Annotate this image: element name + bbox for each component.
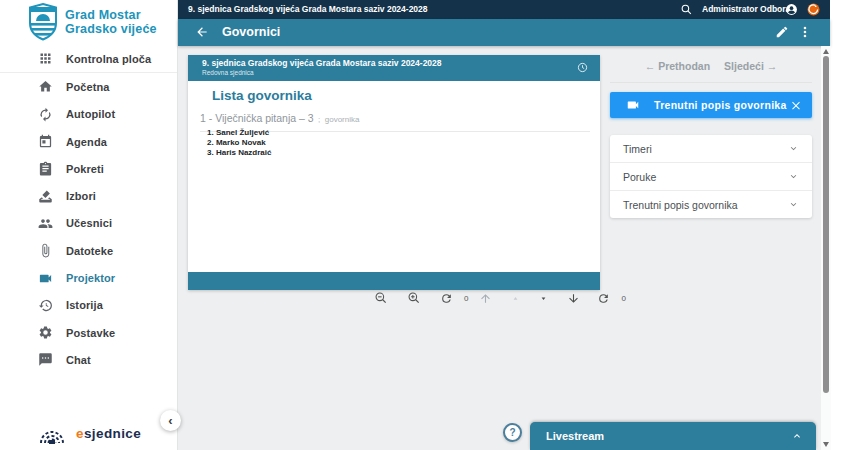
sidebar-collapse-button[interactable]: ‹ (160, 410, 181, 431)
scrollbar-up-arrow[interactable] (823, 49, 829, 54)
sidebar-item-label: Projektor (66, 272, 115, 284)
sidebar-item-label: Kontrolna ploča (66, 53, 151, 65)
coat-of-arms-icon (28, 3, 58, 41)
back-arrow-icon[interactable] (195, 25, 209, 39)
videocam-icon (626, 98, 640, 112)
speaker-number: 3. (207, 148, 214, 157)
sidebar-item-datoteke[interactable]: Datoteke (0, 237, 177, 264)
more-vert-icon[interactable] (798, 25, 812, 39)
sidebar-item-label: Pokreti (66, 163, 104, 175)
current-list-label: Trenutni popis govornika (654, 99, 787, 111)
rotate-icon (597, 292, 610, 305)
sidebar-item-label: Datoteke (66, 245, 113, 257)
accordion-poruke[interactable]: Poruke (610, 163, 812, 191)
card-header: 9. sjednica Gradskog vijeća Grada Mostar… (188, 55, 600, 81)
viewer-toolbar: 0 0 (374, 291, 626, 305)
rotate-button[interactable] (597, 292, 610, 305)
speakers-list-heading: Lista govornika (212, 88, 312, 103)
arrow-down-icon (567, 292, 580, 305)
current-speaker-list-button[interactable]: Trenutni popis govornika (610, 92, 812, 118)
rotate-button[interactable] (440, 292, 453, 305)
sidebar-item-chat[interactable]: Chat (0, 346, 177, 373)
card-session-title: 9. sjednica Gradskog vijeća Grada Mostar… (202, 58, 442, 68)
zoom-out-button[interactable] (374, 291, 388, 305)
speakers-card: 9. sjednica Gradskog vijeća Grada Mostar… (188, 55, 600, 290)
speaker-number: 1. (207, 128, 214, 137)
sidebar-item-istorija[interactable]: Istorija (0, 292, 177, 319)
esjednice-wordmark: esjednice (76, 423, 141, 445)
sidebar-nav: Kontrolna ploča Početna Autopilot Agenda… (0, 45, 177, 374)
edit-pencil-icon[interactable] (775, 25, 789, 39)
speakers-list: 1. Sanel Žuljević 2. Marko Novak 3. Hari… (207, 128, 272, 158)
sidebar-item-label: Autopilot (66, 108, 115, 120)
history-icon (38, 298, 53, 313)
sidebar: Grad Mostar Gradsko vijeće Kontrolna plo… (0, 0, 178, 450)
speaker-name: Haris Nazdraić (216, 148, 272, 157)
scrollbar[interactable] (821, 46, 831, 450)
chevron-up-icon (511, 294, 520, 303)
sidebar-item-agenda[interactable]: Agenda (0, 128, 177, 155)
app-logo[interactable]: Grad Mostar Gradsko vijeće (28, 3, 157, 41)
speaker-row: 3. Haris Nazdraić (207, 148, 272, 158)
sidebar-item-projektor[interactable]: Projektor (0, 264, 177, 291)
session-title: 9. sjednica Gradskog vijeća Grada Mostar… (188, 0, 428, 19)
speaker-row: 2. Marko Novak (207, 138, 272, 148)
sidebar-item-autopilot[interactable]: Autopilot (0, 101, 177, 128)
brand-line-1: Grad Mostar (65, 8, 157, 23)
chevron-down-icon (788, 143, 799, 154)
help-button[interactable]: ? (503, 423, 522, 442)
sidebar-item-postavke[interactable]: Postavke (0, 319, 177, 346)
clock-icon[interactable] (577, 62, 588, 73)
page-up-button[interactable] (479, 292, 492, 305)
logo-accent-letter: e (76, 426, 84, 441)
accordion-timeri[interactable]: Timeri (610, 135, 812, 163)
topic-separator: ; (318, 115, 320, 124)
sidebar-item-label: Učesnici (66, 217, 112, 229)
chevron-left-icon: ‹ (168, 413, 172, 428)
sidebar-item-pokreti[interactable]: Pokreti (0, 155, 177, 182)
sidebar-item-kontrolna-ploca[interactable]: Kontrolna ploča (0, 45, 177, 73)
speaker-row: 1. Sanel Žuljević (207, 128, 272, 138)
arrow-up-icon (479, 292, 492, 305)
rotate-counter: 0 (464, 294, 468, 303)
topic-text: 1 - Viječnička pitanja – 3 (200, 112, 314, 124)
scrollbar-down-arrow[interactable] (823, 442, 829, 447)
prev-button[interactable]: ← Prethodan (645, 60, 710, 72)
scroll-down-button[interactable] (539, 294, 548, 303)
topic-suffix: govornika (325, 115, 360, 124)
chevron-up-icon (791, 430, 803, 442)
sidebar-item-ucesnici[interactable]: Učesnici (0, 210, 177, 237)
question-mark-icon: ? (509, 427, 515, 438)
sidebar-item-label: Istorija (66, 299, 103, 311)
user-name[interactable]: Administrator Odbora (702, 0, 790, 19)
sidebar-item-label: Chat (66, 354, 91, 366)
close-icon[interactable] (790, 99, 802, 111)
sidebar-item-pocetna[interactable]: Početna (0, 73, 177, 100)
next-button[interactable]: Sljedeći → (724, 60, 777, 72)
accordion-group: Timeri Poruke Trenutni popis govornika (610, 135, 812, 218)
org-badge-icon[interactable] (807, 3, 820, 16)
main-content: 9. sjednica Gradskog vijeća Grada Mostar… (178, 46, 830, 450)
livestream-bar[interactable]: Livestream (530, 422, 816, 450)
page-down-button[interactable] (567, 292, 580, 305)
speaker-name: Sanel Žuljević (216, 128, 269, 137)
brand-name: Grad Mostar Gradsko vijeće (65, 8, 157, 37)
accordion-label: Poruke (623, 171, 656, 183)
dashboard-grid-icon (38, 51, 53, 66)
parliament-arcs-icon (33, 421, 71, 445)
search-icon[interactable] (680, 3, 693, 16)
autorenew-icon (38, 107, 53, 122)
clipboard-icon (38, 161, 53, 176)
accordion-trenutni-popis[interactable]: Trenutni popis govornika (610, 191, 812, 218)
vote-icon (38, 189, 53, 204)
scroll-up-button[interactable] (511, 294, 520, 303)
chevron-down-icon (788, 171, 799, 182)
page-header: Govornici (178, 19, 830, 46)
zoom-out-icon (374, 291, 388, 305)
home-icon (38, 79, 53, 94)
avatar-icon[interactable] (785, 3, 798, 16)
zoom-in-button[interactable] (407, 291, 421, 305)
sidebar-item-izbori[interactable]: Izbori (0, 182, 177, 209)
rotate-icon (440, 292, 453, 305)
scrollbar-thumb[interactable] (823, 56, 829, 393)
